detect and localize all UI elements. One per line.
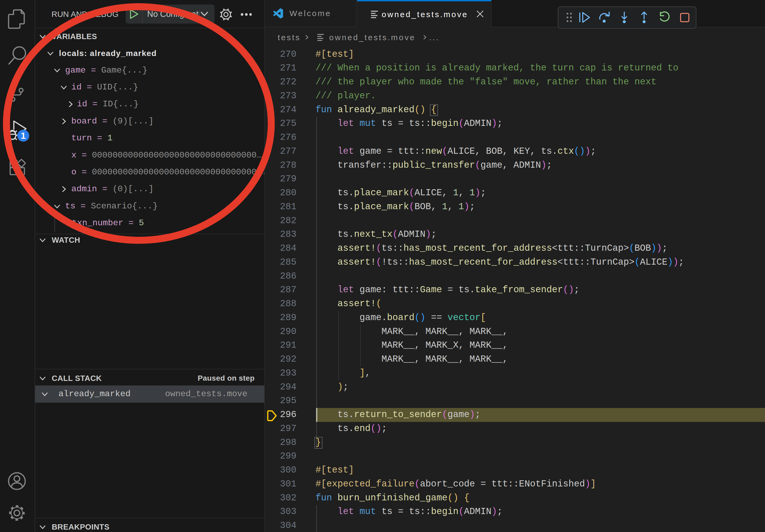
svg-text:1: 1 xyxy=(21,131,26,140)
